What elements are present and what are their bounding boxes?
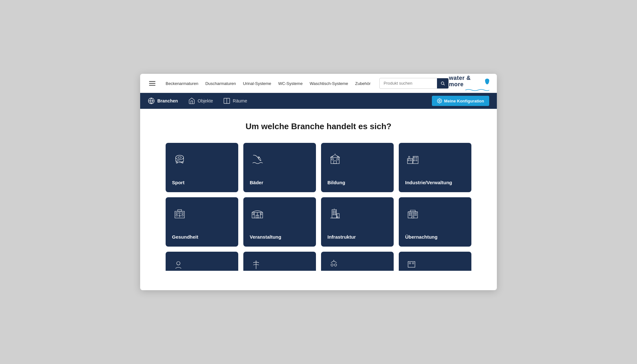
card-ubernachtung-label: Übernachtung [405, 234, 438, 240]
svg-rect-18 [334, 161, 337, 164]
svg-rect-64 [415, 213, 417, 214]
gear-icon [437, 98, 442, 103]
svg-rect-78 [409, 263, 411, 264]
nav-item-duscharmaturen[interactable]: Duscharmaturen [205, 80, 236, 86]
svg-rect-38 [182, 215, 183, 216]
logo-wave-icon [464, 88, 489, 91]
card-industrie[interactable]: Industrie/Verwaltung [399, 143, 471, 192]
svg-point-72 [177, 262, 180, 265]
cards-grid-row1: Sport Bäder [166, 143, 471, 192]
card-partial-3[interactable] [321, 252, 394, 271]
main-content: Um welche Branche handelt es sich? [140, 109, 497, 280]
search-button[interactable] [437, 78, 448, 89]
svg-rect-60 [408, 212, 418, 218]
card-bader[interactable]: Bäder [243, 143, 316, 192]
svg-rect-26 [409, 156, 410, 158]
svg-rect-23 [337, 156, 339, 157]
raume-icon [223, 97, 230, 104]
svg-rect-35 [179, 213, 180, 214]
svg-rect-20 [337, 158, 338, 160]
card-partial-1[interactable] [166, 252, 238, 271]
config-button-label: Meine Konfiguration [444, 99, 484, 103]
svg-rect-34 [176, 213, 177, 214]
tab-branchen[interactable]: Branchen [148, 97, 178, 104]
tab-raume[interactable]: Räume [223, 97, 247, 104]
svg-rect-48 [261, 214, 262, 215]
partial4-icon [405, 258, 418, 271]
card-partial-2[interactable] [243, 252, 316, 271]
bader-icon [250, 152, 265, 167]
svg-rect-51 [335, 211, 336, 212]
logo: water & more [449, 75, 489, 92]
svg-rect-71 [410, 210, 415, 212]
svg-rect-47 [253, 214, 254, 215]
logo-drop-icon [485, 79, 489, 84]
svg-rect-54 [333, 214, 334, 215]
card-infrastruktur-label: Infrastruktur [327, 234, 356, 240]
nav-item-urinal[interactable]: Urinal-Systeme [243, 80, 271, 86]
card-veranstaltung-label: Veranstaltung [250, 234, 281, 240]
svg-rect-68 [415, 215, 417, 216]
nav-item-beckenarmaturen[interactable]: Beckenarmaturen [166, 80, 198, 86]
bildung-icon [327, 152, 343, 167]
card-partial-4[interactable] [399, 252, 471, 271]
svg-rect-66 [411, 215, 412, 216]
partial3-icon [327, 258, 340, 271]
top-nav-left: Beckenarmaturen Duscharmaturen Urinal-Sy… [148, 78, 449, 89]
hamburger-menu[interactable] [148, 80, 157, 87]
svg-point-6 [439, 100, 440, 102]
svg-rect-79 [412, 263, 414, 264]
logo-text: water & more [449, 75, 484, 88]
svg-rect-65 [409, 215, 411, 216]
tab-objekte[interactable]: Objekte [188, 97, 213, 104]
card-veranstaltung[interactable]: Veranstaltung [243, 197, 316, 247]
nav-links: Beckenarmaturen Duscharmaturen Urinal-Sy… [166, 80, 370, 86]
svg-rect-67 [413, 215, 415, 216]
svg-rect-29 [414, 160, 415, 161]
search-bar [379, 78, 449, 89]
svg-rect-41 [178, 210, 182, 211]
partial2-icon [250, 258, 262, 271]
secondary-nav-tabs: Branchen Objekte [148, 97, 247, 104]
svg-rect-25 [413, 156, 418, 164]
svg-point-75 [334, 264, 337, 266]
svg-point-7 [176, 155, 184, 160]
nav-item-wc[interactable]: WC-Systeme [278, 80, 303, 86]
svg-rect-62 [411, 213, 412, 214]
nav-item-zubehor[interactable]: Zubehör [355, 80, 370, 86]
ubernachtung-icon [405, 206, 420, 221]
card-ubernachtung[interactable]: Übernachtung [399, 197, 471, 247]
svg-rect-31 [408, 160, 409, 161]
svg-rect-17 [331, 158, 339, 164]
svg-rect-50 [333, 211, 334, 212]
svg-line-1 [444, 84, 445, 85]
svg-rect-69 [412, 216, 414, 218]
search-input[interactable] [380, 81, 437, 86]
tab-objekte-label: Objekte [198, 98, 213, 103]
svg-rect-36 [182, 213, 183, 214]
tab-raume-label: Räume [233, 98, 247, 103]
card-gesundheit-label: Gesundheit [172, 234, 198, 240]
config-button[interactable]: Meine Konfiguration [432, 96, 489, 106]
card-bildung[interactable]: Bildung [321, 143, 394, 192]
cards-grid-row2: Gesundheit [166, 197, 471, 247]
browser-window: Beckenarmaturen Duscharmaturen Urinal-Sy… [140, 74, 497, 290]
svg-point-0 [441, 82, 444, 84]
svg-rect-32 [410, 160, 412, 161]
svg-rect-28 [416, 157, 417, 158]
card-infrastruktur[interactable]: Infrastruktur [321, 197, 394, 247]
svg-rect-63 [413, 213, 415, 214]
svg-point-74 [331, 264, 333, 266]
top-nav: Beckenarmaturen Duscharmaturen Urinal-Sy… [140, 74, 497, 93]
card-gesundheit[interactable]: Gesundheit [166, 197, 238, 247]
svg-rect-61 [409, 213, 411, 214]
secondary-nav: Branchen Objekte [140, 93, 497, 109]
card-industrie-label: Industrie/Verwaltung [405, 180, 452, 185]
nav-item-waschtisch[interactable]: Waschtisch-Systeme [310, 80, 348, 86]
objekte-icon [188, 97, 195, 104]
industrie-icon [405, 152, 420, 167]
tab-branchen-label: Branchen [157, 98, 178, 103]
card-sport[interactable]: Sport [166, 143, 238, 192]
card-sport-label: Sport [172, 180, 184, 185]
svg-rect-27 [414, 157, 415, 158]
